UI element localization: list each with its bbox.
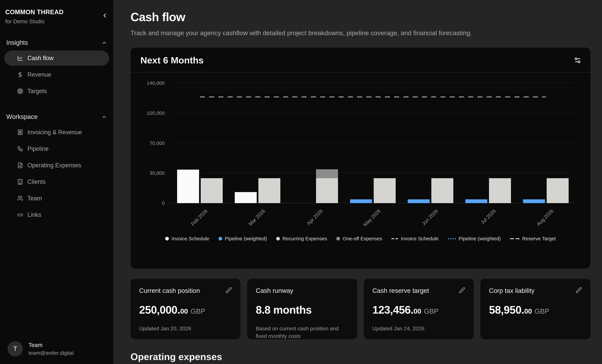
metric-card-cash-runway: Cash runway8.8 monthsBased on current ca… (247, 279, 357, 339)
sidebar-item-label: Operating Expenses (27, 162, 81, 169)
operating-expenses-heading: Operating expenses (130, 351, 591, 362)
edit-button[interactable] (459, 287, 465, 293)
metric-card-cash-reserve-target: Cash reserve target123,456.00GBPUpdated … (364, 279, 474, 339)
sidebar-item-pipeline[interactable]: Pipeline (4, 141, 109, 156)
chevron-up-icon (101, 40, 107, 46)
metric-card-note: Based on current cash position and fixed… (256, 325, 349, 340)
bar-group-may-2026 (344, 83, 402, 203)
legend-item-pipeline-weighted-: Pipeline (weighted) (448, 236, 501, 241)
invoice-bar (235, 192, 257, 203)
avatar: T (8, 341, 23, 356)
sidebar-item-team[interactable]: Team (4, 191, 109, 206)
receipt-icon (17, 129, 23, 135)
building-icon (17, 179, 23, 185)
metric-card-current-cash-position: Current cash position250,000.00GBPUpdate… (130, 279, 241, 339)
chevron-left-icon (101, 12, 108, 19)
user-name: Team (28, 342, 74, 348)
chart-legend: Invoice SchedulePipeline (weighted)Recur… (130, 236, 591, 241)
legend-item-invoice-schedule: Invoice Schedule (165, 236, 209, 241)
legend-label: Pipeline (weighted) (459, 236, 501, 241)
sidebar-item-invoicing-revenue[interactable]: Invoicing & Revenue (4, 125, 109, 140)
legend-item-reserve-target: Reserve Target (510, 236, 556, 241)
metric-card-title: Current cash position (139, 287, 200, 294)
chart-line-icon (17, 55, 23, 61)
chart-settings-button[interactable] (574, 57, 581, 64)
bar-group-mar-2026 (229, 83, 286, 203)
legend-label: Invoice Schedule (172, 236, 209, 241)
recurring-expense-bar (489, 178, 511, 203)
section-label: Insights (6, 39, 28, 46)
workflow-icon (17, 146, 23, 152)
sidebar-item-targets[interactable]: Targets (4, 84, 109, 99)
brand-title: COMMON THREAD (5, 9, 64, 16)
legend-label: Pipeline (weighted) (225, 236, 267, 241)
sidebar-item-revenue[interactable]: Revenue (4, 67, 109, 82)
sidebar-item-links[interactable]: Links (4, 207, 109, 223)
sidebar-collapse-button[interactable] (101, 12, 108, 19)
users-icon (17, 195, 23, 201)
recurring-expense-bar (258, 178, 280, 203)
edit-button[interactable] (576, 287, 582, 293)
x-axis-label: Aug 2026 (536, 208, 555, 227)
chevron-up-icon (101, 114, 107, 120)
legend-item-one-off-expenses: One-off Expenses (336, 236, 382, 241)
sidebar-item-label: Links (27, 211, 41, 218)
edit-button[interactable] (226, 287, 232, 293)
legend-dot-icon (336, 237, 340, 240)
legend-item-pipeline-weighted-: Pipeline (weighted) (219, 236, 267, 241)
sidebar-item-operating-expenses[interactable]: Operating Expenses (4, 158, 109, 173)
metric-card-value: 123,456.00GBP (372, 304, 465, 316)
y-axis-tick-label: 35,000 (150, 170, 165, 176)
x-axis-label: May 2026 (362, 208, 382, 227)
sidebar-item-label: Cash flow (27, 55, 54, 62)
metric-card-title: Corp tax liability (489, 287, 534, 294)
user-box[interactable]: T Team team@antler.digital (8, 341, 74, 356)
section-header-workspace[interactable]: Workspace (4, 113, 109, 120)
sidebar-item-label: Team (27, 195, 42, 202)
bar-group-feb-2026 (171, 83, 229, 203)
main-content: Cash flow Track and manage your agency c… (113, 0, 602, 364)
sidebar: COMMON THREAD for Demo Studio InsightsCa… (0, 0, 113, 364)
pencil-icon (226, 287, 232, 293)
sidebar-item-cash-flow[interactable]: Cash flow (4, 51, 109, 66)
invoice-bar (177, 170, 199, 203)
sidebar-item-label: Revenue (27, 71, 51, 78)
reserve-target-line (200, 96, 546, 97)
recurring-expense-bar (431, 178, 453, 203)
y-axis-tick-label: 70,000 (150, 140, 165, 146)
oneoff-expense-bar (316, 169, 338, 178)
brand: COMMON THREAD for Demo Studio (4, 9, 109, 25)
x-axis-label: Jul 2026 (480, 208, 497, 225)
pipeline-bar (350, 199, 372, 203)
legend-dot-icon (165, 237, 169, 240)
legend-label: Reserve Target (522, 236, 556, 241)
y-axis-tick-label: 0 (162, 200, 165, 206)
x-axis-label: Feb 2026 (190, 208, 209, 227)
target-icon (17, 88, 23, 94)
sidebar-item-label: Invoicing & Revenue (27, 129, 82, 136)
sidebar-item-clients[interactable]: Clients (4, 174, 109, 189)
pipeline-bar (465, 199, 487, 203)
y-axis-tick-label: 140,000 (147, 80, 165, 86)
section-header-insights[interactable]: Insights (4, 39, 109, 46)
pencil-icon (576, 287, 582, 293)
metric-card-value: 58,950.00GBP (489, 304, 582, 316)
cashflow-chart: 035,00070,000105,000140,000 (171, 83, 575, 203)
x-axis-label: Mar 2026 (247, 208, 266, 227)
legend-label: One-off Expenses (343, 236, 382, 241)
dollar-icon (17, 72, 23, 78)
metric-card-corp-tax-liability: Corp tax liability58,950.00GBP (480, 279, 591, 339)
page-subtitle: Track and manage your agency cashflow wi… (130, 29, 591, 37)
recurring-expense-bar (374, 178, 396, 203)
legend-item-invoice-schedule: Invoice Schedule (391, 236, 439, 241)
sidebar-item-label: Pipeline (27, 145, 49, 152)
metric-card-note: Updated Jan 20, 2026 (139, 325, 232, 332)
metric-card-note: Updated Jan 24, 2026 (372, 325, 465, 332)
bar-group-jun-2026 (402, 83, 459, 203)
metric-card-title: Cash reserve target (372, 287, 429, 294)
file-text-icon (17, 162, 23, 168)
legend-item-recurring-expenses: Recurring Expenses (276, 236, 327, 241)
bar-group-jul-2026 (459, 83, 517, 203)
legend-dot-icon (219, 237, 222, 240)
recurring-expense-bar (316, 178, 338, 203)
